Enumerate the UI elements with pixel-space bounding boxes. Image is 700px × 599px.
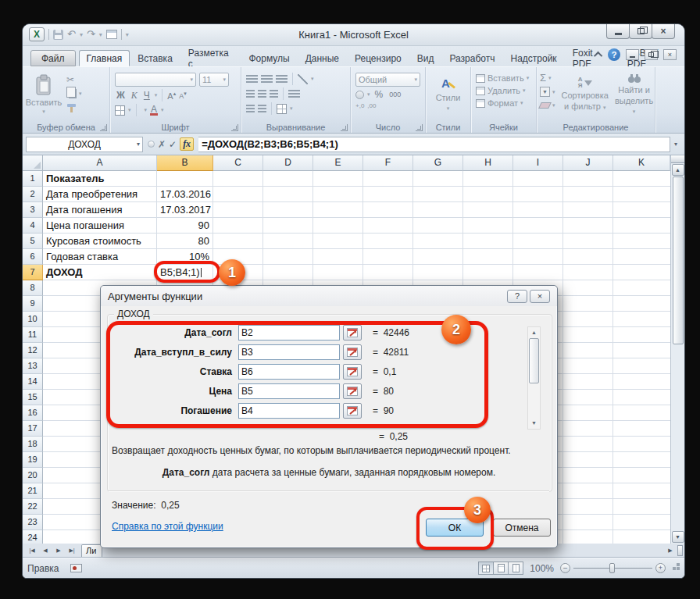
cell[interactable] [263, 187, 313, 202]
font-name-select[interactable]: ▾ [115, 73, 196, 87]
align-center-icon[interactable] [258, 90, 266, 98]
cell[interactable] [613, 296, 670, 312]
cancel-button[interactable]: Отмена [493, 519, 551, 537]
zoom-in-icon[interactable]: + [655, 563, 666, 573]
ribbon-tab[interactable]: Формулы [241, 50, 297, 66]
scroll-down-icon[interactable]: ▼ [531, 418, 537, 429]
cell-column-a[interactable]: Цена погашения [43, 218, 157, 234]
row-header[interactable]: 22 [23, 499, 43, 515]
cell[interactable] [513, 234, 563, 249]
cell[interactable] [313, 202, 363, 218]
row-header[interactable]: 17 [23, 421, 43, 437]
ribbon-tab[interactable]: Вставка [130, 50, 180, 66]
cell[interactable] [563, 280, 613, 296]
row-header[interactable]: 20 [23, 468, 43, 483]
cell[interactable] [613, 437, 670, 452]
shrink-font-button[interactable]: А▾ [179, 91, 187, 100]
hscroll-split-handle[interactable] [677, 545, 683, 556]
ribbon-tab[interactable]: Вид [409, 50, 442, 66]
percent-style-button[interactable]: % [373, 89, 385, 100]
cell[interactable] [413, 249, 463, 265]
cell[interactable] [463, 171, 513, 187]
cell[interactable] [563, 374, 613, 390]
clipboard-dialog-launcher-icon[interactable] [100, 124, 107, 131]
formula-input[interactable]: =ДОХОД(B2;B3;B6;B5;B4;1) [198, 137, 670, 152]
cell[interactable] [563, 530, 613, 544]
cell[interactable] [613, 312, 670, 327]
sheet-tab[interactable]: Ли [81, 544, 102, 557]
cell[interactable] [613, 187, 670, 202]
comma-style-button[interactable]: 000 [388, 91, 402, 98]
cell[interactable] [563, 187, 613, 202]
cell-column-a[interactable]: ДОХОД [43, 265, 157, 280]
first-sheet-icon[interactable]: |◀ [26, 544, 38, 556]
scrollbar-thumb[interactable] [529, 338, 539, 383]
scroll-up-icon[interactable]: ▲ [672, 164, 684, 176]
cell-column-a[interactable]: Дата преобретения [43, 187, 157, 202]
cell[interactable] [563, 405, 613, 421]
cell[interactable] [213, 187, 263, 202]
cell[interactable] [263, 249, 313, 265]
cell[interactable] [363, 234, 413, 249]
column-header[interactable]: K [613, 155, 670, 171]
cell[interactable] [613, 468, 670, 483]
format-painter-icon[interactable] [66, 103, 82, 113]
cell[interactable] [513, 249, 563, 265]
close-button[interactable]: × [652, 24, 675, 39]
last-sheet-icon[interactable]: ▶| [66, 544, 78, 556]
row-header[interactable]: 7 [23, 265, 43, 280]
column-header[interactable]: D [263, 155, 313, 171]
copy-icon[interactable]: ▾ [66, 89, 82, 98]
italic-button[interactable]: К [130, 90, 139, 102]
cell[interactable] [613, 171, 670, 187]
alignment-dialog-launcher-icon[interactable] [341, 124, 348, 131]
increase-indent-icon[interactable] [258, 105, 266, 113]
row-header[interactable]: 6 [23, 249, 43, 265]
cell-column-b[interactable]: 90 [157, 218, 213, 234]
scroll-down-icon[interactable]: ▼ [672, 531, 684, 543]
minimize-button[interactable] [606, 24, 630, 39]
cell[interactable] [363, 171, 413, 187]
cell[interactable] [563, 312, 613, 327]
enter-entry-icon[interactable]: ✓ [169, 139, 177, 150]
cell[interactable] [613, 327, 670, 343]
cell[interactable] [413, 171, 463, 187]
cell[interactable] [613, 280, 670, 296]
row-header[interactable]: 16 [23, 405, 43, 421]
row-header[interactable]: 18 [23, 437, 43, 452]
row-header[interactable]: 24 [23, 530, 43, 544]
cell[interactable] [613, 374, 670, 390]
cell[interactable] [413, 234, 463, 249]
paste-dropdown-icon[interactable]: ▾ [42, 109, 45, 115]
cell[interactable] [563, 468, 613, 483]
cell[interactable] [563, 171, 613, 187]
underline-button[interactable]: Ч [142, 90, 152, 101]
cell[interactable] [263, 265, 313, 280]
cell[interactable] [363, 187, 413, 202]
column-header[interactable]: A [43, 155, 157, 171]
number-format-select[interactable]: Общий▾ [355, 73, 420, 87]
cell[interactable] [313, 171, 363, 187]
grow-font-button[interactable]: А▴ [167, 91, 176, 101]
column-header[interactable]: E [313, 155, 363, 171]
cell[interactable] [463, 202, 513, 218]
row-header[interactable]: 13 [23, 358, 43, 374]
cell[interactable] [613, 265, 670, 280]
cell[interactable] [563, 452, 613, 468]
function-help-link[interactable]: Справка по этой функции [112, 521, 223, 532]
row-header[interactable]: 15 [23, 390, 43, 405]
cut-icon[interactable]: ✂ [66, 75, 82, 84]
cell-column-a[interactable]: Показатель [43, 171, 157, 187]
split-handle[interactable] [671, 155, 684, 163]
underline-dropdown-icon[interactable]: ▾ [155, 92, 158, 98]
cell[interactable] [213, 218, 263, 234]
increase-decimal-icon[interactable]: +,0 [355, 102, 364, 109]
row-header[interactable]: 12 [23, 343, 43, 358]
ribbon-tab[interactable]: Разметка с [180, 50, 241, 66]
align-left-icon[interactable] [246, 90, 255, 98]
page-layout-view-button[interactable] [493, 562, 509, 575]
cell[interactable] [213, 202, 263, 218]
paste-button[interactable]: Вставить ▾ [26, 70, 62, 119]
cell[interactable] [413, 202, 463, 218]
cell[interactable] [313, 187, 363, 202]
